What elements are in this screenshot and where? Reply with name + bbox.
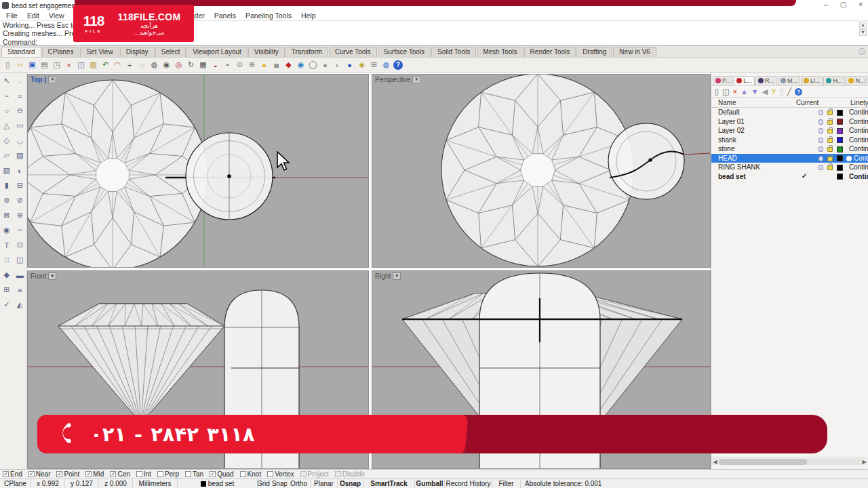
layer-unlocked-icon[interactable] — [827, 120, 833, 125]
new-sublayer-icon[interactable]: ◫ — [722, 88, 729, 96]
command-scrollbar[interactable]: ▲ ▼ — [859, 22, 867, 46]
layer-row-ring-shank[interactable]: RING SHANKContinuous — [711, 163, 868, 172]
tab-set-view[interactable]: Set View — [80, 47, 119, 57]
grid-array-tool-icon[interactable]: ⊞ — [0, 283, 14, 297]
panel-tab-layers[interactable]: L... — [734, 76, 755, 85]
zoom-dynamic-icon[interactable]: ◌ — [136, 59, 148, 70]
explode-tool-icon[interactable]: ⊛ — [0, 193, 14, 207]
polyline-tool-icon[interactable]: △ — [0, 119, 14, 133]
tab-cplanes[interactable]: CPlanes — [42, 47, 80, 57]
text-tool-icon[interactable]: T — [0, 238, 14, 252]
paste-icon[interactable]: ▥ — [87, 59, 99, 70]
layer-on-bulb-icon[interactable] — [818, 128, 823, 134]
tab-visibility[interactable]: Visibility — [248, 47, 285, 57]
layer-unlocked-icon[interactable] — [827, 157, 833, 161]
tab-surface-tools[interactable]: Surface Tools — [378, 47, 431, 57]
zoom-selected-icon[interactable]: ◉ — [161, 59, 172, 70]
earth-render-icon[interactable]: ◍ — [380, 59, 392, 70]
distribute-tool-icon[interactable]: ≡ — [14, 283, 27, 297]
scroll-up-icon[interactable]: ▲ — [859, 22, 867, 28]
filter-icon[interactable]: Y — [771, 88, 776, 96]
status-bead-set[interactable]: bead set — [178, 479, 258, 488]
status-y-0-127[interactable]: y 0.127 — [65, 479, 99, 488]
ghosted-display-icon[interactable]: ◐ — [332, 59, 343, 70]
panel-help-icon[interactable]: ? — [795, 88, 802, 96]
layer-on-bulb-icon[interactable] — [818, 146, 823, 152]
layer-color-swatch[interactable] — [837, 174, 843, 180]
panel-tabs-overflow[interactable]: › — [865, 77, 867, 83]
osnap-point[interactable]: ✓Point — [56, 470, 79, 478]
status-record-history[interactable]: Record History — [445, 479, 492, 488]
chevron-down-icon[interactable]: ▼ — [412, 76, 420, 83]
osnap-int[interactable]: Int — [136, 470, 151, 478]
tab-mesh-tools[interactable]: Mesh Tools — [477, 47, 523, 57]
menu-paneling-tools[interactable]: Paneling Tools — [241, 12, 296, 20]
delete-layer-icon[interactable]: × — [732, 88, 736, 96]
checkbox-perp[interactable] — [157, 471, 163, 477]
status-osnap[interactable]: Osnap — [338, 479, 363, 488]
surface-tools-icon[interactable]: ◆ — [0, 268, 14, 282]
tab-new-in-v6[interactable]: New in V6 — [613, 47, 656, 57]
lock-icon[interactable]: ◙ — [271, 59, 282, 70]
osnap-toggle-icon[interactable]: ⊙ — [234, 59, 245, 70]
scroll-thumb[interactable] — [719, 459, 807, 465]
layer-unlocked-icon[interactable] — [827, 165, 833, 170]
status-grid-snap[interactable]: Grid Snap — [258, 479, 288, 488]
osnap-tan[interactable]: Tan — [185, 470, 203, 478]
record-history-icon[interactable]: ⊕ — [246, 59, 258, 70]
layer-row-layer-02[interactable]: Layer 02Continuous — [711, 126, 868, 136]
checkbox-mid[interactable]: ✓ — [85, 471, 92, 477]
status-absolute-tolerance[interactable]: Absolute tolerance: 0.001 — [521, 479, 868, 488]
pan-icon[interactable]: ◠ — [112, 59, 123, 70]
viewport-front-label[interactable]: Front ▼ — [31, 272, 56, 280]
tab-display[interactable]: Display — [120, 47, 155, 57]
osnap-disable[interactable]: Disable — [335, 470, 365, 478]
tab-drafting[interactable]: Drafting — [576, 47, 612, 57]
layer-row-default[interactable]: DefaultContinuous — [711, 108, 868, 117]
status-filter[interactable]: Filter — [492, 479, 521, 488]
status-millimeters[interactable]: Millimeters — [133, 479, 178, 488]
checkbox-end[interactable]: ✓ — [3, 471, 9, 477]
options-gear-icon[interactable]: ◈ — [356, 59, 368, 70]
split-tool-icon[interactable]: ⊠ — [0, 208, 14, 222]
layer-tools-icon[interactable]: ╱ — [787, 88, 792, 96]
layer-on-bulb-icon[interactable] — [818, 138, 823, 143]
viewport-top[interactable]: Top| ▼ — [27, 74, 369, 268]
loft-tool-icon[interactable]: ▨ — [14, 148, 27, 163]
layer-on-bulb-icon[interactable] — [818, 165, 823, 170]
cv-curve-icon[interactable]: ~ — [0, 89, 14, 103]
scroll-down-icon[interactable]: ▼ — [859, 29, 867, 36]
panel-tab-properties[interactable]: P... — [713, 76, 733, 85]
new-file-icon[interactable]: ▯ — [2, 59, 14, 70]
osnap-project[interactable]: Project — [300, 470, 329, 478]
box-tool-icon[interactable]: ▧ — [0, 163, 14, 178]
status-cplane[interactable]: CPlane — [0, 479, 31, 488]
layer-row-stone[interactable]: stoneContinuous — [711, 144, 868, 154]
checkbox-cen[interactable]: ✓ — [110, 471, 116, 477]
checkbox-disable[interactable] — [335, 471, 341, 477]
menu-view[interactable]: View — [44, 12, 69, 20]
polygon-tool-icon[interactable]: ◇ — [0, 134, 14, 148]
tab-render-tools[interactable]: Render Tools — [524, 47, 576, 57]
viewport-perspective[interactable]: Perspective ▼ — [372, 74, 711, 268]
menu-panels[interactable]: Panels — [210, 12, 241, 20]
osnap-perp[interactable]: Perp — [157, 470, 179, 478]
layer-row-layer-01[interactable]: Layer 01Continuous — [711, 117, 868, 127]
menu-edit[interactable]: Edit — [22, 12, 44, 20]
close-button[interactable]: × — [859, 1, 863, 8]
shaded-display-icon[interactable]: ● — [319, 59, 331, 70]
osnap-end[interactable]: ✓End — [3, 470, 22, 478]
layer-row-bead-set[interactable]: bead set✓Continuous — [711, 172, 868, 182]
status-ortho[interactable]: Ortho — [288, 479, 311, 488]
panel-tab-materials[interactable]: M... — [778, 76, 800, 85]
select-arrow-icon[interactable]: ↖ — [0, 74, 14, 88]
viewport-right-label[interactable]: Right ▼ — [375, 272, 401, 280]
rendered-display-icon[interactable]: ● — [344, 59, 355, 70]
help-icon[interactable]: ? — [393, 60, 403, 70]
osnap-knot[interactable]: Knot — [240, 470, 262, 478]
layer-unlocked-icon[interactable] — [827, 147, 833, 152]
status-smarttrack[interactable]: SmartTrack — [363, 479, 415, 488]
array-tool-icon[interactable]: ∷ — [0, 253, 14, 267]
zoom-window-icon[interactable]: ◍ — [149, 59, 160, 70]
circle-tool-icon[interactable]: ○ — [0, 104, 14, 118]
